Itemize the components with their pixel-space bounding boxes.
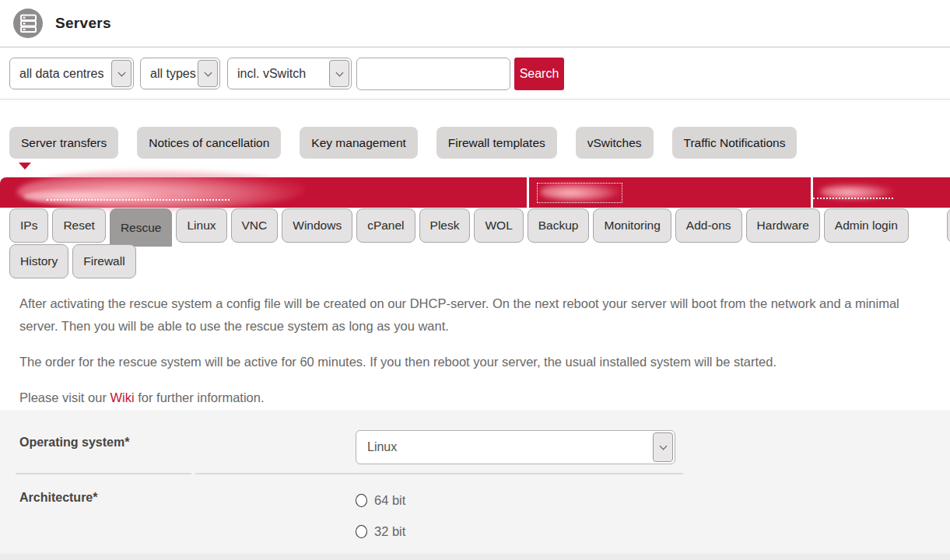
redaction-dotted-underline: [813, 198, 893, 199]
architecture-option-32bit[interactable]: 32 bit: [356, 524, 405, 539]
tab-history[interactable]: History: [9, 244, 68, 278]
form-row-divider: [195, 473, 683, 474]
server-tabs-row-1: IPs Reset Rescue Linux VNC Windows cPane…: [9, 208, 913, 247]
server-tabs-row-2: History Firewall: [9, 244, 140, 278]
form-row-divider: [16, 473, 191, 474]
servers-page: Servers all data centres all types incl.…: [0, 0, 950, 560]
quick-link-traffic-notifications[interactable]: Traffic Notifications: [672, 127, 798, 159]
architecture-label: Architecture*: [19, 491, 97, 505]
search-input[interactable]: [356, 58, 510, 90]
redaction-dotted-outline: [537, 183, 622, 203]
rescue-content: After activating the rescue system a con…: [19, 282, 950, 409]
redaction-dotted-underline: [47, 199, 230, 201]
next-row-edge: [0, 554, 950, 560]
tab-ips[interactable]: IPs: [9, 208, 48, 243]
quick-link-key-management[interactable]: Key management: [300, 127, 418, 159]
architecture-radio-group: 64 bit 32 bit: [356, 493, 405, 555]
quick-link-server-transfers[interactable]: Server transfers: [9, 127, 118, 159]
tab-cpanel[interactable]: cPanel: [356, 208, 415, 243]
rescue-paragraph-1-line-1: After activating the rescue system a con…: [19, 292, 950, 315]
chevron-down-icon[interactable]: [653, 432, 673, 462]
datacentre-select-value: all data centres: [19, 67, 104, 81]
chevron-down-icon[interactable]: [111, 60, 131, 87]
vswitch-select-value: incl. vSwitch: [237, 67, 306, 81]
rescue-paragraph-3: Please visit our Wiki for further inform…: [19, 387, 950, 409]
type-select[interactable]: all types: [140, 58, 220, 89]
datacentre-select[interactable]: all data centres: [9, 58, 134, 89]
quick-link-notices-of-cancellation[interactable]: Notices of cancellation: [137, 127, 281, 159]
server-cell-ip[interactable]: [529, 177, 811, 208]
rescue-paragraph-1-line-2: server. Then you will be able to use the…: [19, 315, 950, 338]
operating-system-select-value: Linux: [367, 440, 397, 454]
tab-rescue[interactable]: Rescue: [110, 208, 173, 247]
tab-partial[interactable]: [947, 208, 950, 243]
tab-vnc[interactable]: VNC: [231, 208, 279, 243]
server-cell-name[interactable]: [0, 177, 527, 208]
tab-admin-login[interactable]: Admin login: [824, 208, 909, 243]
operating-system-select[interactable]: Linux: [356, 430, 675, 464]
chevron-down-icon[interactable]: [198, 60, 218, 87]
app-header: Servers: [0, 0, 950, 47]
filter-bar: all data centres all types incl. vSwitch…: [0, 48, 950, 100]
tab-wol[interactable]: WOL: [474, 208, 523, 243]
architecture-option-64bit[interactable]: 64 bit: [356, 493, 405, 508]
search-button[interactable]: Search: [514, 58, 564, 90]
chevron-down-icon[interactable]: [329, 60, 349, 87]
radio-button-64bit-icon[interactable]: [356, 494, 367, 507]
tab-backup[interactable]: Backup: [528, 208, 590, 243]
tab-reset[interactable]: Reset: [52, 208, 106, 243]
wiki-sentence-suffix: for further information.: [135, 390, 265, 404]
expanded-row-triangle-icon: [19, 163, 31, 170]
server-row[interactable]: [0, 177, 950, 208]
architecture-option-32bit-label: 32 bit: [374, 524, 405, 539]
page-title: Servers: [55, 15, 111, 32]
tab-linux[interactable]: Linux: [176, 208, 226, 243]
tab-monitoring[interactable]: Monitoring: [593, 208, 671, 243]
wiki-link[interactable]: Wiki: [110, 390, 134, 404]
operating-system-label: Operating system*: [19, 436, 129, 450]
tab-firewall[interactable]: Firewall: [72, 244, 135, 278]
tab-windows[interactable]: Windows: [282, 208, 352, 243]
type-select-value: all types: [150, 67, 196, 81]
vswitch-select[interactable]: incl. vSwitch: [227, 58, 352, 89]
tab-add-ons[interactable]: Add-ons: [675, 208, 742, 243]
radio-button-32bit-icon[interactable]: [356, 525, 367, 538]
redacted-server-datacentre: [820, 184, 894, 199]
quick-links-row: Server transfers Notices of cancellation…: [9, 127, 815, 159]
quick-link-firewall-templates[interactable]: Firewall templates: [436, 127, 557, 159]
servers-icon: [12, 8, 44, 39]
tab-hardware[interactable]: Hardware: [746, 208, 820, 243]
quick-link-vswitches[interactable]: vSwitches: [576, 127, 654, 159]
rescue-paragraph-2: The order for the rescue system will be …: [19, 351, 950, 373]
tab-plesk[interactable]: Plesk: [419, 208, 471, 243]
wiki-sentence-prefix: Please visit our: [19, 390, 110, 404]
architecture-option-64bit-label: 64 bit: [374, 493, 405, 508]
redacted-server-name: [23, 188, 179, 204]
rescue-form: Operating system* Linux Architecture* 64…: [0, 410, 950, 560]
server-cell-datacentre[interactable]: [813, 177, 950, 208]
